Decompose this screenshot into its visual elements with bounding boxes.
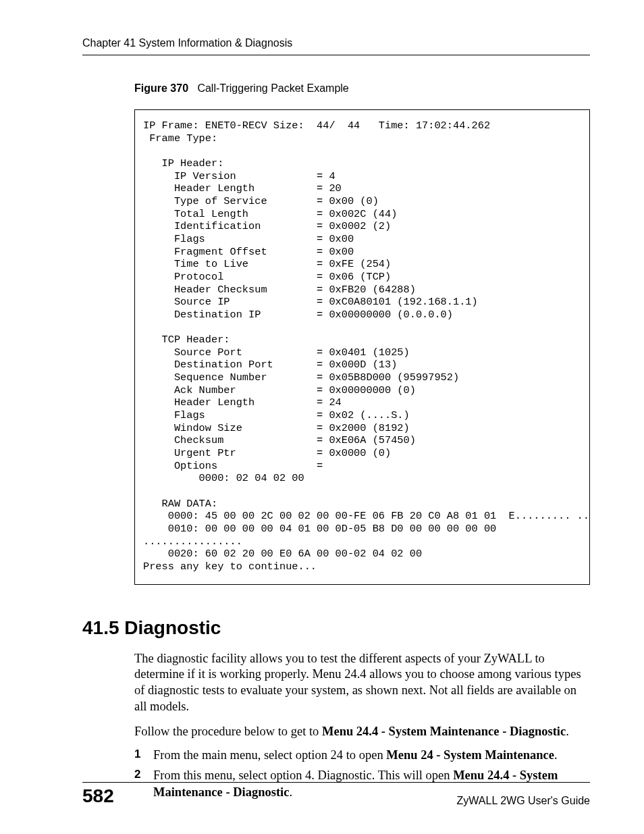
footer-row: 582 ZyWALL 2WG User's Guide: [82, 785, 590, 807]
guide-name: ZyWALL 2WG User's Guide: [457, 795, 590, 807]
follow-pre: Follow the procedure below to get to: [134, 725, 322, 738]
code-block: IP Frame: ENET0-RECV Size: 44/ 44 Time: …: [134, 109, 590, 585]
step-1-post: .: [554, 748, 558, 762]
step-2-pre: From this menu, select option 4. Diagnos…: [153, 768, 453, 782]
step-1: 1 From the main menu, select option 24 t…: [134, 747, 590, 763]
follow-bold: Menu 24.4 - System Maintenance - Diagnos…: [322, 725, 566, 738]
footer-rule: [82, 782, 590, 783]
step-1-pre: From the main menu, select option 24 to …: [153, 748, 386, 762]
step-1-bold: Menu 24 - System Maintenance: [386, 748, 554, 762]
page-number: 582: [82, 785, 114, 807]
body-paragraph: The diagnostic facility allows you to te…: [134, 651, 590, 715]
figure-label: Figure 370: [134, 82, 188, 94]
running-header: Chapter 41 System Information & Diagnosi…: [82, 37, 590, 53]
footer: 582 ZyWALL 2WG User's Guide: [82, 782, 590, 807]
follow-paragraph: Follow the procedure below to get to Men…: [134, 724, 590, 740]
figure-title: Call-Triggering Packet Example: [197, 82, 348, 94]
figure-caption: Figure 370 Call-Triggering Packet Exampl…: [134, 82, 590, 95]
header-rule: [82, 55, 590, 55]
section-heading: 41.5 Diagnostic: [82, 617, 590, 639]
page: Chapter 41 System Information & Diagnosi…: [0, 0, 644, 834]
step-1-number: 1: [134, 747, 140, 762]
step-2-number: 2: [134, 767, 140, 782]
follow-post: .: [566, 725, 569, 738]
